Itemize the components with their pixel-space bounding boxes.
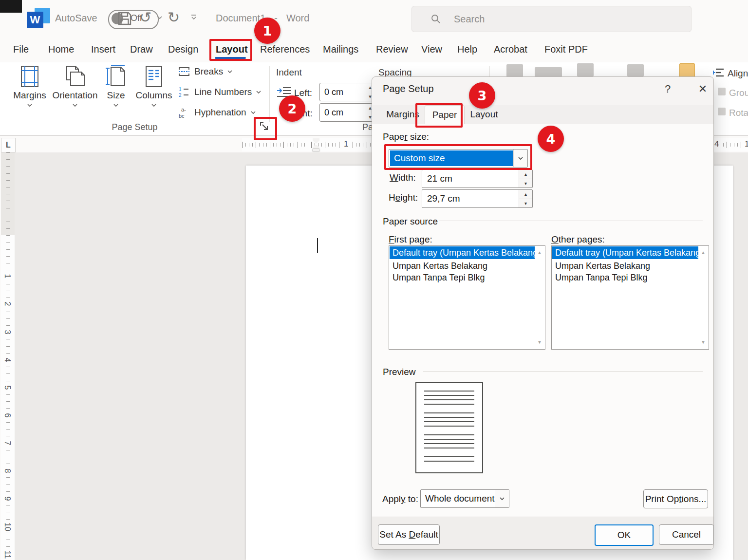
annotation-step-3: 3 [469,82,495,109]
size-button[interactable]: Size [96,65,135,107]
hyphenation-button[interactable]: a- bc Hyphenation [178,106,256,119]
svg-text:1: 1 [179,87,182,92]
ruler-number: 6 [3,410,12,421]
bring-forward-icon [577,63,594,76]
line-numbers-icon: 1 2 [178,86,190,98]
first-line-indent-marker[interactable] [313,138,319,144]
app-name: Word [286,13,309,24]
tab-selector[interactable]: L [1,138,16,152]
group-button[interactable]: Group [729,88,748,98]
height-label: Height: [389,192,418,203]
ruler-number: 1 [3,271,12,281]
list-item[interactable]: Umpan Tanpa Tepi Blkg [552,271,698,284]
align-button[interactable]: Align [728,68,748,79]
tab-mailings[interactable]: Mailings [323,37,358,62]
scroll-down-icon[interactable]: ▼ [699,338,707,346]
list-item-selected[interactable]: Default tray (Umpan Kertas Belakang) [552,246,698,259]
width-spinner[interactable]: ▴ ▾ [519,170,532,187]
title-bar: W AutoSave Off ↺ ↻ Document1 - Word [0,0,748,37]
vertical-ruler-margin-zone [1,152,15,235]
list-item-selected[interactable]: Default tray (Umpan Kertas Belakang) [390,246,535,259]
ruler-number: 1 [342,139,350,149]
chevron-down-icon [250,111,256,114]
other-pages-tray-list[interactable]: Default tray (Umpan Kertas Belakang) Ump… [551,245,709,350]
rotate-icon [718,108,726,115]
indent-left-input[interactable]: 0 cm ▴ ▾ [319,83,376,101]
height-input[interactable]: 29,7 cm ▴ ▾ [422,189,533,208]
set-as-default-button[interactable]: Set As Default [378,524,440,545]
apply-to-dropdown[interactable]: Whole document [420,489,509,508]
group-divider [423,371,703,372]
redo-button[interactable]: ↻ [168,9,180,26]
ruler-number: 4 [713,139,720,149]
hanging-indent-marker[interactable] [313,145,319,149]
tab-file[interactable]: File [13,37,29,62]
columns-button[interactable]: Columns [132,65,175,107]
height-spinner[interactable]: ▴ ▾ [519,190,532,207]
search-input[interactable]: Search [411,6,692,32]
indent-right-input[interactable]: 0 cm ▴ ▾ [319,103,376,122]
close-icon[interactable]: ✕ [694,82,711,96]
tab-design[interactable]: Design [168,37,198,62]
left-indent-marker[interactable] [313,149,319,151]
tab-draw[interactable]: Draw [130,37,153,62]
indent-label: Indent [276,67,302,78]
page-setup-group-label: Page Setup [0,122,269,132]
scroll-up-icon[interactable]: ▲ [699,249,707,257]
help-icon[interactable]: ? [660,82,675,96]
chevron-down-icon [27,103,33,107]
horizontal-ruler-right[interactable]: 4 1 [713,138,748,151]
breaks-button[interactable]: Breaks [178,66,233,77]
preview-thumbnail [415,382,483,473]
hyphenation-icon: a- bc [178,106,190,119]
ok-button[interactable]: OK [595,524,654,546]
cancel-button[interactable]: Cancel [659,524,714,545]
annotation-box-paper-size [384,144,532,170]
first-page-label: First page: [389,234,432,245]
ruler-number: 9 [3,493,12,504]
list-item[interactable]: Umpan Kertas Belakang [552,260,698,272]
spin-up-icon: ▴ [369,84,372,91]
print-options-button[interactable]: Print Options... [643,489,708,508]
undo-button[interactable]: ↺ [139,9,151,26]
annotation-box-paper-tab [415,103,463,128]
ruler-number: 4 [3,355,12,365]
annotation-step-1: 1 [254,18,280,44]
scroll-down-icon[interactable]: ▼ [536,338,543,346]
width-input[interactable]: 21 cm ▴ ▾ [422,169,533,188]
annotation-step-2: 2 [279,95,305,122]
tab-home[interactable]: Home [48,37,74,62]
list-item[interactable]: Umpan Tanpa Tepi Blkg [390,271,535,284]
orientation-icon [64,65,86,88]
tab-help[interactable]: Help [457,37,477,62]
quick-access-overflow-icon[interactable] [190,14,198,20]
undo-menu-chevron-icon[interactable] [157,16,163,19]
margins-button[interactable]: Margins [7,65,52,107]
save-icon [116,10,133,27]
line-numbers-button[interactable]: 1 2 Line Numbers [178,86,262,98]
other-pages-label: Other pages: [551,234,605,245]
dialog-content: Paper size: Custom size Width: 21 cm ▴ ▾… [372,124,713,517]
tab-insert[interactable]: Insert [91,37,115,62]
wrap-text-icon [535,67,562,77]
rotate-button[interactable]: Rotate [729,108,748,118]
breaks-icon [178,66,190,77]
word-logo-icon: W [27,8,50,28]
list-item[interactable]: Umpan Kertas Belakang [390,260,535,272]
first-page-tray-list[interactable]: Default tray (Umpan Kertas Belakang) Ump… [389,245,545,350]
chevron-down-icon [227,70,233,74]
align-icon [713,67,725,78]
tab-view[interactable]: View [421,37,442,62]
apply-to-selected-value: Whole document [421,490,495,507]
vertical-ruler[interactable]: 1 2 3 4 5 6 7 8 9 10 11 [1,152,15,560]
group-separator [269,66,270,122]
dropdown-button[interactable] [495,490,509,507]
scroll-up-icon[interactable]: ▲ [536,249,543,257]
tab-foxit-pdf[interactable]: Foxit PDF [544,37,588,62]
save-button[interactable] [116,10,133,27]
orientation-button[interactable]: Orientation [51,65,99,107]
tab-acrobat[interactable]: Acrobat [494,37,527,62]
text-cursor [317,238,318,253]
ruler-number: 1 [743,139,748,149]
tab-review[interactable]: Review [376,37,408,62]
